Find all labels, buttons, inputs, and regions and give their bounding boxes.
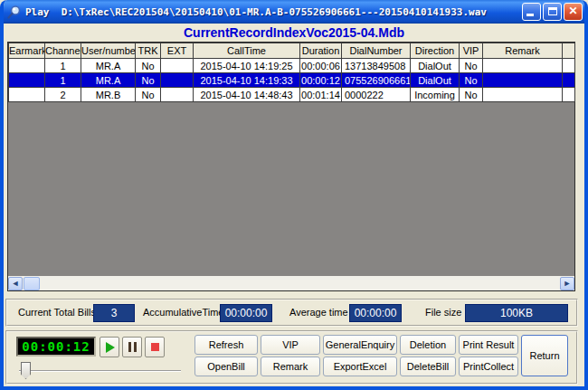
cell-earmark[interactable] [9,59,45,73]
cell-dialnumber[interactable]: 13713849508 [342,59,411,73]
window-title: Play D:\TxRec\REC201504\20150410\01-MR.A… [25,6,522,18]
accumulative-time-value: 00:00:00 [220,304,272,322]
action-buttons: Refresh VIP GeneralEnquiry Deletion Prin… [194,335,568,376]
cell-trk[interactable]: No [136,88,161,102]
column-header-channel[interactable]: Channel [45,43,81,59]
cell-ext[interactable] [161,59,194,73]
column-header-duration[interactable]: Duration [300,43,342,59]
cell-calltime[interactable]: 2015-04-10 14:19:33 [194,73,300,88]
cell-channel[interactable]: 1 [45,59,81,73]
column-header-ext[interactable]: EXT [161,43,194,59]
cell-earmark[interactable] [9,88,45,102]
cell-dialnumber[interactable]: 0000222 [342,88,411,102]
cell-spacer [563,59,575,73]
return-button[interactable]: Return [521,335,568,376]
window-controls: ✕ [522,3,583,21]
table-row-selected[interactable]: 1 MR.A No 2015-04-10 14:19:33 00:00:12 0… [9,73,575,88]
table-row[interactable]: 2 MR.B No 2015-04-10 14:48:43 00:01:14 0… [9,88,575,102]
delete-bill-button[interactable]: DeleteBill [400,357,456,376]
cell-user[interactable]: MR.A [81,59,136,73]
page-title: CurrentRecordIndexVoc2015-04.Mdb [4,24,584,42]
accumulative-time-label: AccumulativeTime [143,300,223,325]
cell-duration[interactable]: 00:01:14 [300,88,342,102]
refresh-button[interactable]: Refresh [194,335,258,355]
play-button[interactable] [100,337,119,357]
scroll-left-button[interactable]: ◄ [8,277,23,290]
cell-trk[interactable]: No [136,59,161,73]
elapsed-time-display: 00:00:12 [16,337,96,357]
pause-button[interactable] [122,337,142,357]
cell-remark[interactable] [483,73,563,88]
cell-remark[interactable] [483,88,563,102]
average-time-label: Average time [289,300,348,325]
cell-dialnumber[interactable]: 075526906661 [342,73,411,88]
cell-spacer [563,88,575,102]
horizontal-scrollbar[interactable]: ◄ ► [8,276,574,290]
column-header-trk[interactable]: TRK [136,43,161,59]
cell-earmark[interactable] [9,73,45,88]
pause-icon [128,342,137,352]
cell-vip[interactable]: No [460,59,483,73]
cell-calltime[interactable]: 2015-04-10 14:48:43 [194,88,300,102]
column-header-dialnumber[interactable]: DialNumber [342,43,411,59]
column-header-user[interactable]: User/number [81,43,136,59]
table-header-row: Earmark Channel User/number TRK EXT Call… [9,43,575,59]
magnifier-icon [6,5,22,20]
remark-button[interactable]: Remark [261,357,320,376]
seek-slider[interactable] [16,361,184,381]
minimize-button[interactable] [522,3,541,21]
scrollbar-thumb[interactable] [24,277,40,290]
scroll-right-button[interactable]: ► [560,277,574,290]
vip-button[interactable]: VIP [261,335,320,355]
cell-direction[interactable]: DialOut [411,59,460,73]
cell-duration[interactable]: 00:00:06 [300,59,342,73]
cell-calltime[interactable]: 2015-04-10 14:19:25 [194,59,300,73]
cell-channel[interactable]: 1 [45,73,81,88]
cell-ext[interactable] [161,73,194,88]
total-bills-value: 3 [93,304,135,322]
table-row[interactable]: 1 MR.A No 2015-04-10 14:19:25 00:00:06 1… [9,59,575,73]
print-collect-button[interactable]: PrintCollect [459,357,518,376]
cell-user[interactable]: MR.A [81,73,136,88]
slider-track[interactable] [19,370,181,372]
player-and-actions-panel: 00:00:12 Refresh VIP GeneralEnquiry Dele… [5,330,578,385]
cell-user[interactable]: MR.B [81,88,136,102]
status-bar: Current Total Bills 3 AccumulativeTime 0… [5,299,578,327]
column-header-direction[interactable]: Direction [411,43,460,59]
records-grid: Earmark Channel User/number TRK EXT Call… [7,42,575,291]
titlebar[interactable]: Play D:\TxRec\REC201504\20150410\01-MR.A… [0,0,588,24]
export-excel-button[interactable]: ExportExcel [323,357,397,376]
column-header-remark[interactable]: Remark [483,43,563,59]
slider-thumb[interactable] [21,362,31,379]
cell-duration[interactable]: 00:00:12 [300,73,342,88]
cell-spacer [563,73,575,88]
print-result-button[interactable]: Print Result [459,335,518,355]
records-table: Earmark Channel User/number TRK EXT Call… [8,43,575,102]
cell-channel[interactable]: 2 [45,88,81,102]
cell-direction[interactable]: Incoming [411,88,460,102]
cell-vip[interactable]: No [460,88,483,102]
file-size-label: File size [425,300,461,325]
client-area: CurrentRecordIndexVoc2015-04.Mdb Earmark… [4,24,584,386]
maximize-button[interactable] [543,3,562,21]
cell-vip[interactable]: No [460,73,483,88]
cell-ext[interactable] [161,88,194,102]
stop-button[interactable] [145,337,165,357]
general-enquiry-button[interactable]: GeneralEnquiry [323,335,397,355]
cell-remark[interactable] [483,59,563,73]
column-header-spacer [563,43,575,59]
cell-trk[interactable]: No [136,73,161,88]
close-button[interactable]: ✕ [564,3,583,21]
deletion-button[interactable]: Deletion [400,335,456,355]
average-time-value: 00:00:00 [349,304,402,322]
column-header-calltime[interactable]: CallTime [194,43,300,59]
open-bill-button[interactable]: OpenBill [194,357,258,376]
column-header-vip[interactable]: VIP [460,43,483,59]
play-icon [106,342,115,353]
column-header-earmark[interactable]: Earmark [9,43,45,59]
app-window: Play D:\TxRec\REC201504\20150410\01-MR.A… [0,0,588,390]
maximize-icon [548,7,557,15]
cell-direction[interactable]: DialOut [411,73,460,88]
file-size-value: 100KB [465,304,568,322]
stop-icon [151,343,159,351]
